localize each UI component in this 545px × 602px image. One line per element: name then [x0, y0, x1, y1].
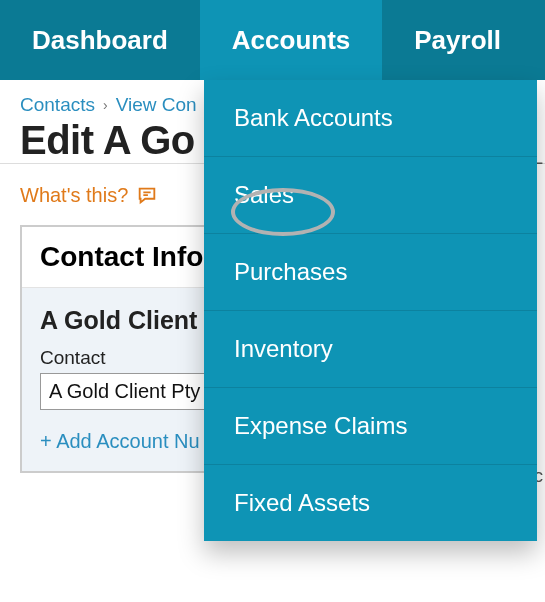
menu-inventory[interactable]: Inventory [204, 310, 537, 387]
menu-expense-claims[interactable]: Expense Claims [204, 387, 537, 464]
nav-accounts[interactable]: Accounts [200, 0, 382, 80]
breadcrumb-separator: › [103, 97, 108, 113]
menu-purchases[interactable]: Purchases [204, 233, 537, 310]
whats-this-link[interactable]: What's this? [20, 184, 158, 207]
menu-bank-accounts[interactable]: Bank Accounts [204, 80, 537, 156]
accounts-dropdown-menu: Bank Accounts Sales Purchases Inventory … [204, 80, 537, 541]
top-nav: Dashboard Accounts Payroll [0, 0, 545, 80]
breadcrumb-contacts[interactable]: Contacts [20, 94, 95, 116]
nav-payroll[interactable]: Payroll [382, 0, 533, 80]
whats-this-label: What's this? [20, 184, 128, 207]
breadcrumb-view-contact[interactable]: View Con [116, 94, 197, 116]
menu-sales[interactable]: Sales [204, 156, 537, 233]
menu-fixed-assets[interactable]: Fixed Assets [204, 464, 537, 541]
nav-dashboard[interactable]: Dashboard [0, 0, 200, 80]
speech-bubble-icon [136, 185, 158, 207]
